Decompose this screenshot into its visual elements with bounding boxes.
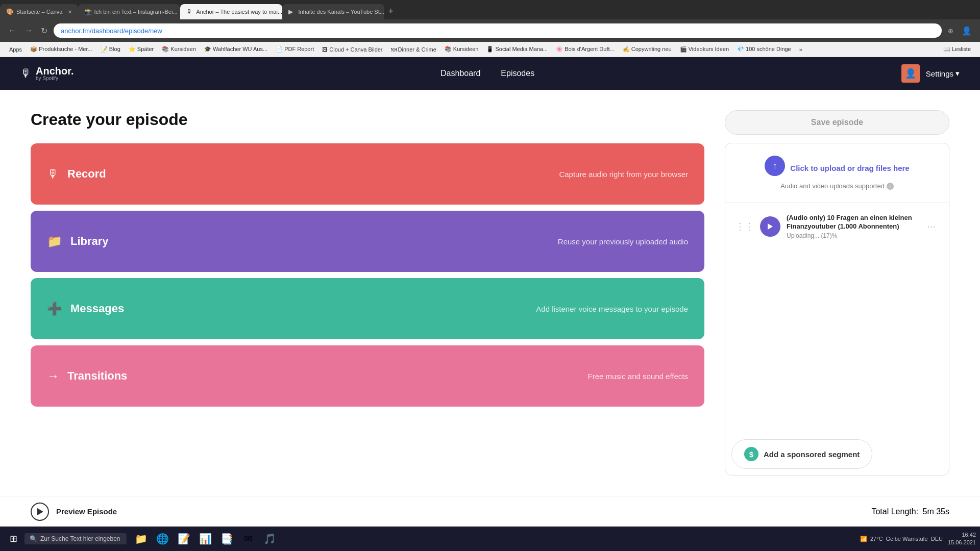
taskbar-apps: 📁 🌐 📝 📊 📑 ✉ 🎵 — [131, 529, 280, 549]
upload-title: (Audio only) 10 Fragen an einen kleinen … — [787, 214, 918, 231]
messages-desc: Add listener voice messages to your epis… — [536, 305, 688, 313]
transitions-card-left: → Transitions — [47, 369, 127, 383]
tab-favicon-youtube: ▶ — [288, 8, 296, 15]
header-nav: Dashboard Episodes — [440, 67, 534, 80]
upload-support-text: Audio and video uploads supported — [780, 182, 885, 190]
refresh-button[interactable]: ↻ — [39, 25, 50, 37]
address-bar[interactable]: anchor.fm/dashboard/episode/new — [54, 23, 942, 38]
anchor-logo: 🎙 Anchor. by Spotify — [20, 66, 74, 81]
page-content: Create your episode 🎙 Record Capture aud… — [0, 90, 980, 496]
anchor-logo-icon: 🎙 — [20, 67, 32, 80]
bookmarks-bar: Apps 📦 Produktsuche - Mer... 📝 Blog ⭐ Sp… — [0, 42, 980, 57]
taskbar-network-icon: 📶 — [860, 536, 867, 542]
messages-card[interactable]: ➕ Messages Add listener voice messages t… — [31, 278, 704, 339]
upload-item: ⋮⋮ (Audio only) 10 Fragen an einen klein… — [731, 209, 943, 244]
sponsored-button[interactable]: $ Add a sponsored segment — [731, 439, 872, 469]
bookmark-apps[interactable]: Apps — [6, 45, 25, 54]
new-tab-button[interactable]: + — [384, 6, 398, 17]
library-card[interactable]: 📁 Library Reuse your previously uploaded… — [31, 211, 704, 272]
upload-info: (Audio only) 10 Fragen an einen kleinen … — [787, 214, 918, 239]
tab-youtube[interactable]: ▶ Inhalte des Kanals – YouTube St... ✕ — [282, 4, 384, 19]
bookmark-wahlfaecher[interactable]: 🎓 Wahlfächer WU Aus... — [201, 45, 271, 54]
tab-label-canva: Startseite – Canva — [16, 9, 63, 15]
bookmark-dinner[interactable]: 🍽 Dinner & Crime — [388, 45, 439, 54]
logo-sub: by Spotify — [36, 76, 74, 81]
bookmark-pdf[interactable]: 📄 PDF Report — [273, 45, 317, 54]
taskbar-search[interactable]: 🔍 Zur Suche Text hier eingeben — [24, 533, 127, 544]
nav-episodes[interactable]: Episodes — [501, 67, 534, 80]
tab-label-instagram: Ich bin ein Text – Instagram-Bei... — [94, 9, 178, 15]
bookmark-lesliste[interactable]: 📖 Lesliste — [940, 45, 974, 54]
taskbar-app-powerpoint[interactable]: 📑 — [216, 529, 237, 549]
nav-dashboard[interactable]: Dashboard — [440, 67, 480, 80]
browser-chrome: 🎨 Startseite – Canva ✕ 📸 Ich bin ein Tex… — [0, 0, 980, 57]
dollar-icon: $ — [744, 447, 758, 461]
save-episode-button[interactable]: Save episode — [725, 110, 949, 135]
tab-anchor[interactable]: 🎙 Anchor – The easiest way to mai... ✕ — [180, 4, 282, 19]
taskbar-app-excel[interactable]: 📊 — [195, 529, 215, 549]
messages-card-left: ➕ Messages — [47, 302, 124, 316]
settings-chevron-icon: ▾ — [955, 69, 960, 78]
drag-handle-icon[interactable]: ⋮⋮ — [736, 221, 754, 232]
play-triangle-icon — [37, 508, 43, 515]
back-button[interactable]: ← — [6, 25, 18, 36]
bookmark-produktsuche[interactable]: 📦 Produktsuche - Mer... — [27, 45, 95, 54]
record-desc: Capture audio right from your browser — [559, 170, 688, 179]
bookmark-copywriting[interactable]: ✍ Copywriting neu — [620, 45, 675, 54]
preview-left: Preview Episode — [31, 503, 117, 521]
bookmark-cloud[interactable]: 🖼 Cloud + Canva Bilder — [319, 45, 385, 54]
taskbar-app-browser[interactable]: 🌐 — [152, 529, 173, 549]
bookmark-more[interactable]: » — [796, 45, 805, 54]
library-desc: Reuse your previously uploaded audio — [558, 237, 688, 246]
bookmark-social[interactable]: 📱 Social Media Mana... — [483, 45, 551, 54]
bookmark-bois[interactable]: 🌸 Bois d'Argent Duft... — [553, 45, 618, 54]
record-card[interactable]: 🎙 Record Capture audio right from your b… — [31, 143, 704, 205]
upload-dropzone[interactable]: ↑ Click to upload or drag files here Aud… — [725, 143, 949, 203]
preview-play-button[interactable] — [31, 503, 49, 521]
tab-canva[interactable]: 🎨 Startseite – Canva ✕ — [0, 4, 78, 19]
tab-label-anchor: Anchor – The easiest way to mai... — [197, 9, 282, 15]
bookmark-kursideen2[interactable]: 📚 Kursideen — [442, 45, 482, 54]
taskbar-app-spotify[interactable]: 🎵 — [259, 529, 280, 549]
taskbar-lang: DEU — [931, 536, 943, 542]
preview-label: Preview Episode — [56, 507, 117, 516]
page-title: Create your episode — [31, 110, 704, 129]
taskbar-app-mail[interactable]: ✉ — [238, 529, 258, 549]
info-icon[interactable]: i — [887, 183, 894, 190]
sponsored-section: $ Add a sponsored segment — [725, 427, 949, 475]
taskbar-app-files[interactable]: 📁 — [131, 529, 151, 549]
bookmark-videokurs[interactable]: 🎬 Videokurs Ideen — [677, 45, 732, 54]
logo-name: Anchor. — [36, 66, 74, 76]
upload-link-text[interactable]: Click to upload or drag files here — [790, 164, 909, 172]
bookmark-100[interactable]: 💎 100 schöne Dinge — [734, 45, 794, 54]
taskbar-right: 📶 27°C Gelbe Warnstufe DEU 16:42 15.06.2… — [860, 531, 976, 547]
start-button[interactable]: ⊞ — [4, 530, 22, 548]
upload-more-button[interactable]: ··· — [924, 219, 939, 233]
transitions-icon: → — [47, 369, 59, 383]
bookmark-blog[interactable]: 📝 Blog — [97, 45, 124, 54]
library-icon: 📁 — [47, 234, 62, 248]
account-button[interactable]: 👤 — [960, 25, 974, 37]
sponsored-label: Add a sponsored segment — [764, 450, 860, 459]
messages-name: Messages — [70, 302, 124, 315]
tab-instagram[interactable]: 📸 Ich bin ein Text – Instagram-Bei... ✕ — [78, 4, 180, 19]
bookmark-spaeter[interactable]: ⭐ Später — [126, 45, 157, 54]
settings-label: Settings — [926, 69, 953, 78]
tab-label-youtube: Inhalte des Kanals – YouTube St... — [299, 9, 384, 15]
tab-bar: 🎨 Startseite – Canva ✕ 📸 Ich bin ein Tex… — [0, 0, 980, 19]
bookmark-kursideen[interactable]: 📚 Kursideen — [159, 45, 199, 54]
record-icon: 🎙 — [47, 167, 59, 181]
taskbar: ⊞ 🔍 Zur Suche Text hier eingeben 📁 🌐 📝 📊… — [0, 527, 980, 551]
messages-icon: ➕ — [47, 302, 62, 316]
taskbar-app-word[interactable]: 📝 — [174, 529, 194, 549]
upload-panel: ↑ Click to upload or drag files here Aud… — [725, 143, 949, 475]
taskbar-clock: 16:42 15.06.2021 — [948, 531, 976, 547]
upload-arrow-icon: ↑ — [773, 161, 777, 171]
extensions-button[interactable]: ⊕ — [946, 26, 955, 36]
transitions-card[interactable]: → Transitions Free music and sound effec… — [31, 345, 704, 407]
transitions-desc: Free music and sound effects — [588, 372, 689, 381]
tab-close-canva[interactable]: ✕ — [68, 9, 72, 15]
settings-button[interactable]: Settings ▾ — [926, 69, 960, 78]
forward-button[interactable]: → — [22, 25, 35, 36]
record-card-left: 🎙 Record — [47, 167, 106, 181]
